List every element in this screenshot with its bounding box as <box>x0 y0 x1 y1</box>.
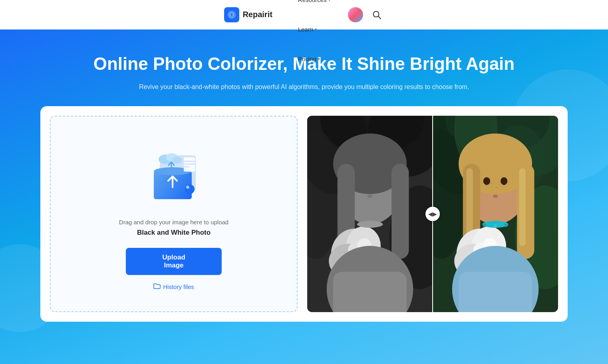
svg-rect-35 <box>333 272 407 312</box>
photo-type-label: Black and White Photo <box>137 229 211 237</box>
svg-rect-48 <box>466 168 473 237</box>
svg-point-60 <box>483 224 487 227</box>
hero-section: Online Photo Colorizer, Make It Shine Br… <box>0 30 608 364</box>
history-files-label: History files <box>163 283 194 290</box>
svg-point-62 <box>494 224 497 228</box>
svg-point-50 <box>483 177 490 185</box>
main-nav: Products ▾ Resources ▾ Learn ▾ Pricing ▾ <box>288 0 340 74</box>
upload-illustration <box>138 137 210 209</box>
logo-text: Repairit <box>242 10 272 19</box>
svg-point-1 <box>230 14 233 16</box>
upload-image-button[interactable]: Upload Image <box>126 248 222 275</box>
upload-area[interactable]: Drag and drop your image here to upload … <box>50 116 298 312</box>
history-files-link[interactable]: History files <box>153 283 194 291</box>
svg-rect-10 <box>184 157 195 172</box>
drag-handle-icon: ◀▶ <box>428 211 437 217</box>
svg-point-52 <box>493 195 498 198</box>
svg-point-8 <box>185 184 195 194</box>
search-button[interactable] <box>370 8 384 22</box>
svg-rect-23 <box>391 164 409 259</box>
drag-drop-text: Drag and drop your image here to upload <box>119 219 228 226</box>
folder-icon <box>153 283 161 291</box>
svg-point-69 <box>496 187 497 188</box>
nav-learn[interactable]: Learn ▾ <box>288 15 340 44</box>
logo-icon <box>224 7 239 22</box>
hero-subtitle: Revive your black-and-white photos with … <box>16 82 592 92</box>
svg-point-13 <box>172 156 182 164</box>
svg-line-3 <box>378 16 381 19</box>
svg-point-68 <box>499 184 500 185</box>
nav-resources[interactable]: Resources ▾ <box>288 0 340 15</box>
logo-area[interactable]: Repairit <box>224 7 272 22</box>
main-card: Drag and drop your image here to upload … <box>40 106 568 322</box>
svg-point-64 <box>505 224 508 227</box>
svg-rect-66 <box>459 272 532 312</box>
before-after-handle[interactable]: ◀▶ <box>425 207 440 221</box>
svg-point-9 <box>186 186 189 189</box>
header-right <box>348 7 384 22</box>
svg-rect-49 <box>519 168 526 246</box>
chevron-down-icon: ▾ <box>328 0 330 2</box>
ba-container: ◀▶ <box>307 116 558 312</box>
header: Repairit Products ▾ Resources ▾ Learn ▾ … <box>0 0 608 30</box>
svg-point-61 <box>488 224 492 228</box>
svg-point-63 <box>499 224 503 228</box>
nav-pricing[interactable]: Pricing ▾ <box>288 44 340 74</box>
ba-right-panel <box>433 116 558 312</box>
chevron-down-icon: ▾ <box>318 57 320 61</box>
svg-point-33 <box>357 221 383 228</box>
svg-point-67 <box>490 182 492 184</box>
avatar[interactable] <box>348 7 363 22</box>
svg-point-24 <box>358 177 365 185</box>
svg-point-51 <box>501 177 507 185</box>
before-after-panel: ◀▶ <box>307 116 558 312</box>
chevron-down-icon: ▾ <box>315 27 317 32</box>
svg-point-26 <box>368 195 373 198</box>
svg-point-25 <box>375 177 382 185</box>
ba-left-panel <box>307 116 433 312</box>
